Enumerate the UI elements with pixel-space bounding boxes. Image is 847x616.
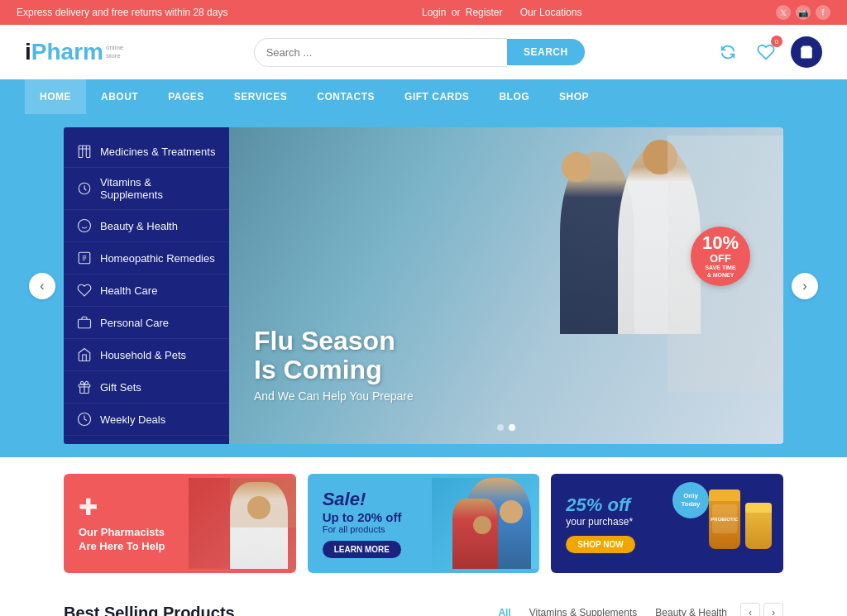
promo-img-pharmacist [189, 478, 296, 569]
twitter-icon[interactable]: 𝕏 [776, 5, 791, 20]
promo-sub-text: For all products [323, 524, 418, 534]
nav-link-blog[interactable]: BLOG [484, 79, 544, 114]
nav-link-giftcards[interactable]: GIFT CARDS [390, 79, 484, 114]
best-selling-section: Best Selling Products All Vitamins & Sup… [0, 590, 847, 616]
sidebar-item-household[interactable]: Household & Pets [64, 339, 229, 371]
sidebar-item-weekly-deals[interactable]: Weekly Deals [64, 404, 229, 436]
filter-tabs: All Vitamins & Supplements Beauty & Heal… [493, 603, 783, 616]
sidebar-item-vitamins[interactable]: Vitamins & Supplements [64, 168, 229, 210]
best-selling-header: Best Selling Products All Vitamins & Sup… [64, 603, 783, 616]
search-button[interactable]: SEARCH [507, 39, 585, 65]
wishlist-badge: 0 [771, 36, 782, 47]
promo-content-supplement: 25% off your purchase* SHOP NOW [551, 480, 709, 568]
search-bar: SEARCH [254, 38, 585, 67]
nav-link-shop[interactable]: SHOP [544, 79, 604, 114]
slide-dot-2[interactable] [509, 424, 515, 431]
nav-list: HOME ABOUT PAGES SERVICES CONTACTS GIFT … [25, 79, 822, 114]
hero-inner: ‹ Medicines & Treatments Vitamins & Supp… [64, 127, 783, 444]
promo-card-supplement[interactable]: 25% off your purchase* SHOP NOW OnlyToda… [551, 474, 783, 573]
discount-badge: 10% OFF SAVE TIME& MONEY [691, 227, 750, 286]
nav-link-about[interactable]: ABOUT [86, 79, 153, 114]
promo-content-pharmacist: ✚ Our PharmacistsAre Here To Help [64, 479, 189, 569]
promo-discount-25: 25% off [566, 494, 694, 516]
header-actions: 0 [715, 36, 822, 68]
slide-dot-1[interactable] [497, 424, 504, 431]
supplement-bottles: PROBIOTIC [709, 489, 783, 557]
announcement: Express delivery and free returns within… [17, 7, 227, 18]
nav-link-contacts[interactable]: CONTACTS [302, 79, 390, 114]
promo-section: ✚ Our PharmacistsAre Here To Help Sale! … [0, 457, 847, 590]
sidebar-item-personal[interactable]: Personal Care [64, 307, 229, 339]
nav-item-pages[interactable]: PAGES [153, 79, 219, 114]
discount-percent: 10% [702, 234, 739, 252]
auth-links[interactable]: Login or Register Our Locations [422, 7, 581, 18]
promo-discount-text: Up to 20% off [323, 510, 418, 524]
bottle-2 [745, 503, 772, 549]
sidebar-label-personal: Personal Care [100, 317, 169, 329]
navigation: HOME ABOUT PAGES SERVICES CONTACTS GIFT … [0, 79, 847, 114]
nav-item-home[interactable]: HOME [25, 79, 86, 114]
logo-sub: onlinestore [106, 44, 123, 60]
instagram-icon[interactable]: 📷 [796, 5, 811, 20]
promo-title-pharmacist: Our PharmacistsAre Here To Help [79, 526, 174, 554]
wishlist-icon[interactable]: 0 [753, 39, 779, 65]
promo-img-sale [432, 478, 539, 569]
promo-card-pharmacist[interactable]: ✚ Our PharmacistsAre Here To Help [64, 474, 296, 573]
slider-title: Flu SeasonIs Coming [254, 327, 414, 384]
nav-item-giftcards[interactable]: GIFT CARDS [390, 79, 484, 114]
hero-slider: Flu SeasonIs Coming And We Can Help You … [229, 127, 783, 444]
promo-purchase-text: your purchase* [566, 516, 694, 528]
hero-section: ‹ Medicines & Treatments Vitamins & Supp… [0, 114, 847, 457]
best-selling-title: Best Selling Products [64, 604, 235, 617]
sidebar-label-healthcare: Health Care [100, 284, 157, 297]
top-bar: Express delivery and free returns within… [0, 0, 847, 25]
nav-item-contacts[interactable]: CONTACTS [302, 79, 390, 114]
sidebar-item-homeo[interactable]: Homeopathic Remedies [64, 242, 229, 275]
sidebar-label-homeo: Homeopathic Remedies [100, 252, 215, 265]
cart-button[interactable] [791, 36, 822, 68]
slider-next-button[interactable]: › [792, 273, 818, 299]
logo[interactable]: iPharm onlinestore [25, 39, 123, 65]
promo-content-sale: Sale! Up to 20% off For all products LEA… [308, 474, 433, 573]
filter-arrows: ‹ › [740, 603, 783, 616]
sidebar-item-beauty[interactable]: Beauty & Health [64, 210, 229, 242]
nav-item-shop[interactable]: SHOP [544, 79, 604, 114]
learn-more-button[interactable]: LEARN MORE [323, 541, 401, 558]
svg-rect-5 [79, 319, 91, 328]
facebook-icon[interactable]: f [816, 5, 830, 20]
login-link[interactable]: Login [422, 7, 446, 18]
locations-link[interactable]: Our Locations [520, 7, 582, 18]
sidebar-label-gifts: Gift Sets [100, 381, 141, 394]
header: iPharm onlinestore SEARCH 0 [0, 25, 847, 79]
shop-now-button[interactable]: SHOP NOW [566, 536, 634, 553]
promo-card-sale[interactable]: Sale! Up to 20% off For all products LEA… [308, 474, 540, 573]
discount-off: OFF [710, 252, 731, 265]
sidebar-label-medicines: Medicines & Treatments [100, 146, 215, 158]
nav-item-services[interactable]: SERVICES [219, 79, 302, 114]
sidebar-item-healthcare[interactable]: Health Care [64, 275, 229, 307]
filter-next-arrow[interactable]: › [763, 603, 783, 616]
refresh-icon[interactable] [715, 39, 741, 65]
nav-link-home[interactable]: HOME [25, 79, 86, 114]
nav-link-services[interactable]: SERVICES [219, 79, 302, 114]
filter-vitamins[interactable]: Vitamins & Supplements [524, 604, 643, 616]
filter-prev-arrow[interactable]: ‹ [740, 603, 760, 616]
sidebar-item-gifts[interactable]: Gift Sets [64, 371, 229, 404]
nav-link-pages[interactable]: PAGES [153, 79, 219, 114]
register-link[interactable]: Register [466, 7, 503, 18]
slider-prev-button[interactable]: ‹ [29, 273, 55, 299]
nav-item-about[interactable]: ABOUT [86, 79, 153, 114]
filter-all[interactable]: All [493, 604, 515, 616]
sidebar-label-weekly-deals: Weekly Deals [100, 413, 165, 426]
sidebar-label-vitamins: Vitamins & Supplements [100, 176, 216, 201]
discount-tagline: SAVE TIME& MONEY [705, 265, 735, 279]
medical-cross-icon: ✚ [79, 494, 174, 521]
logo-brand: iPharm [25, 39, 103, 65]
nav-item-blog[interactable]: BLOG [484, 79, 544, 114]
slider-subtitle: And We Can Help You Prepare [254, 389, 414, 403]
search-input[interactable] [254, 38, 507, 67]
category-sidebar: Medicines & Treatments Vitamins & Supple… [64, 127, 229, 444]
bottle-1: PROBIOTIC [709, 489, 740, 549]
filter-beauty[interactable]: Beauty & Health [650, 604, 732, 616]
sidebar-item-medicines[interactable]: Medicines & Treatments [64, 136, 229, 168]
